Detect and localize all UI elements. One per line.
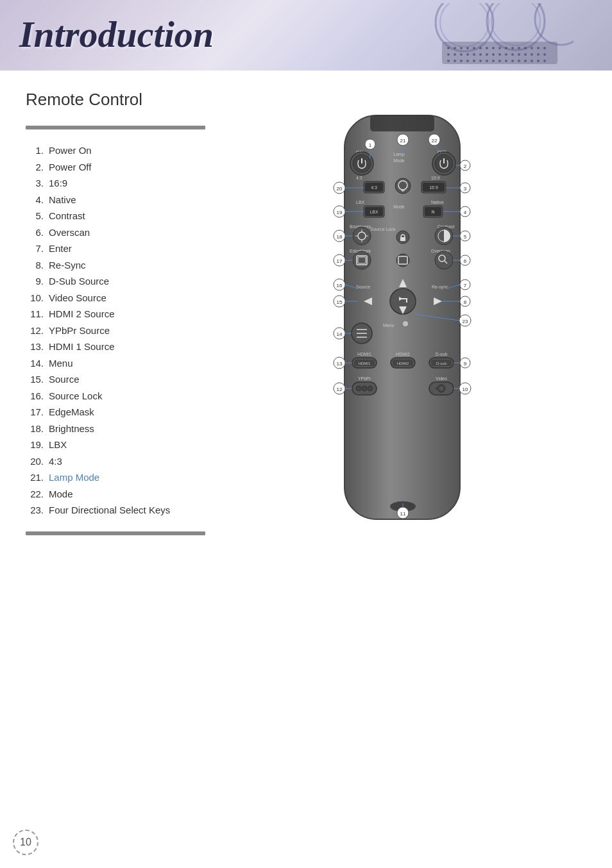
svg-text:Source: Source (356, 285, 370, 289)
svg-text:Video: Video (436, 376, 447, 381)
svg-point-49 (518, 60, 520, 62)
legend-num: 4. (26, 192, 44, 208)
svg-point-25 (466, 53, 469, 56)
svg-point-27 (479, 53, 482, 56)
legend-num: 20. (26, 453, 44, 470)
legend-item: 7.Enter (26, 240, 205, 257)
svg-point-46 (498, 60, 501, 62)
svg-text:Menu: Menu (383, 323, 395, 328)
svg-point-39 (454, 60, 456, 62)
svg-text:6: 6 (464, 258, 467, 264)
legend-item: 13.HDMI 1 Source (26, 338, 205, 355)
svg-text:7: 7 (464, 283, 467, 288)
svg-point-21 (543, 47, 546, 49)
legend-label: Menu (49, 355, 73, 372)
svg-point-26 (473, 53, 475, 56)
page-number: 10 (13, 830, 38, 855)
legend-num: 7. (26, 240, 44, 257)
svg-point-3 (491, 3, 540, 46)
legend-item: 16.Source Lock (26, 388, 205, 405)
svg-text:20: 20 (337, 186, 343, 192)
svg-text:HDMI2: HDMI2 (397, 362, 409, 365)
legend-num: 11. (26, 306, 44, 322)
legend-item: 18.Brightness (26, 421, 205, 437)
svg-point-30 (498, 53, 501, 56)
svg-point-50 (524, 60, 527, 62)
legend-panel: Remote Control 1.Power On2.Power Off3.16… (26, 90, 205, 547)
svg-text:Mode: Mode (393, 158, 405, 163)
svg-point-45 (492, 60, 495, 62)
svg-point-42 (473, 60, 475, 62)
svg-point-41 (466, 60, 469, 62)
svg-text:D-sub: D-sub (436, 352, 448, 356)
svg-point-34 (524, 53, 527, 56)
divider-bottom (26, 531, 205, 535)
svg-text:D-sub: D-sub (436, 362, 447, 365)
svg-text:11: 11 (400, 511, 406, 517)
svg-text:HDMI2: HDMI2 (396, 352, 410, 356)
svg-point-16 (511, 47, 514, 49)
legend-label: D-Sub Source (49, 273, 109, 290)
svg-point-40 (460, 60, 463, 62)
svg-point-36 (537, 53, 540, 56)
svg-text:Mode: Mode (393, 204, 405, 209)
legend-item: 4.Native (26, 192, 205, 208)
legend-label: Video Source (49, 290, 106, 306)
legend-num: 6. (26, 224, 44, 241)
legend-num: 5. (26, 208, 44, 224)
svg-point-6 (447, 47, 450, 49)
svg-text:LBX: LBX (370, 210, 378, 214)
svg-text:13: 13 (337, 361, 343, 367)
svg-point-17 (518, 47, 520, 49)
legend-num: 13. (26, 338, 44, 355)
legend-label: LBX (49, 437, 67, 453)
svg-point-136 (356, 386, 361, 391)
legend-label: Source Lock (49, 388, 102, 405)
svg-text:22: 22 (432, 138, 438, 144)
svg-point-137 (362, 386, 367, 391)
svg-rect-55 (370, 115, 434, 131)
svg-text:Re-sync: Re-sync (432, 285, 448, 290)
svg-point-4 (535, 3, 574, 45)
svg-point-12 (486, 47, 488, 49)
header-banner: Introduction (0, 0, 612, 71)
legend-item: 14.Menu (26, 355, 205, 372)
svg-point-31 (505, 53, 507, 56)
svg-point-99 (353, 251, 371, 269)
legend-item: 19.LBX (26, 437, 205, 453)
legend-item: 15.Source (26, 371, 205, 388)
legend-label: YPbPr Source (49, 322, 110, 339)
remote-control-image: ON Lamp Mode OFF 4:3 4 (280, 96, 524, 545)
legend-item: 11.HDMI 2 Source (26, 306, 205, 322)
main-content: Remote Control 1.Power On2.Power Off3.16… (0, 71, 612, 573)
legend-num: 15. (26, 371, 44, 388)
svg-text:10: 10 (463, 387, 468, 392)
svg-text:14: 14 (337, 331, 343, 337)
svg-text:19: 19 (337, 210, 343, 215)
svg-point-20 (537, 47, 540, 49)
legend-num: 12. (26, 322, 44, 339)
legend-num: 14. (26, 355, 44, 372)
svg-text:4:3: 4:3 (356, 176, 362, 180)
svg-point-22 (447, 53, 450, 56)
legend-label: Lamp Mode (49, 469, 99, 486)
legend-label: Brightness (49, 421, 94, 437)
svg-text:16: 16 (337, 283, 343, 288)
legend-label: HDMI 2 Source (49, 306, 115, 322)
legend-item: 2.Power Off (26, 159, 205, 176)
legend-label: Native (49, 192, 76, 208)
legend-label: EdgeMask (49, 404, 94, 421)
legend-label: HDMI 1 Source (49, 338, 115, 355)
svg-text:YPbPr: YPbPr (358, 376, 371, 381)
divider-top (26, 126, 205, 129)
legend-item: 5.Contrast (26, 208, 205, 224)
svg-point-51 (531, 60, 533, 62)
legend-num: 1. (26, 142, 44, 159)
svg-point-14 (498, 47, 501, 49)
legend-item: 20.4:3 (26, 453, 205, 470)
header-decoration (432, 3, 574, 67)
legend-item: 6.Overscan (26, 224, 205, 241)
svg-point-19 (531, 47, 533, 49)
svg-point-33 (518, 53, 520, 56)
svg-point-52 (537, 60, 540, 62)
